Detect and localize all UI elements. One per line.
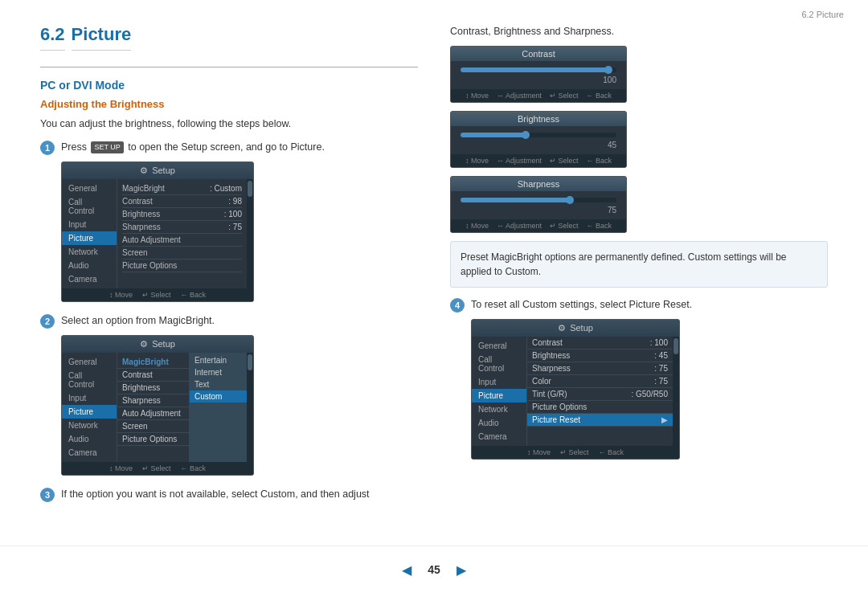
row-magicbright: MagicBright: Custom bbox=[122, 182, 242, 195]
brightness-title: Brightness bbox=[451, 112, 626, 126]
step-1-block: 1 Press SET UP to open the Setup screen,… bbox=[40, 140, 418, 302]
contrast-track bbox=[461, 67, 616, 72]
sidebar2-callcontrol: Call Control bbox=[62, 369, 117, 391]
step-2-text: Select an option from MagicBright. bbox=[61, 313, 215, 329]
sidebar-general: General bbox=[62, 182, 117, 195]
row-pictureopts: Picture Options bbox=[122, 260, 242, 272]
brightness-footer: ↕ Move↔ Adjustment↵ Select← Back bbox=[451, 154, 626, 167]
step-3-text: If the option you want is not available,… bbox=[61, 487, 370, 502]
sidebar4-input: Input bbox=[472, 375, 526, 389]
footer-1: ↕ Move↵ Select← Back bbox=[62, 288, 253, 301]
sidebar-2: General Call Control Input Picture Netwo… bbox=[62, 353, 117, 462]
left-column: 6.2 Picture PC or DVI Mode Adjusting the… bbox=[40, 24, 418, 513]
step-3-block: 3 If the option you want is not availabl… bbox=[40, 487, 418, 502]
brightness-fill bbox=[461, 133, 526, 137]
step-3-number: 3 bbox=[40, 488, 55, 502]
sidebar-audio: Audio bbox=[62, 259, 117, 272]
step-4-number: 4 bbox=[450, 298, 465, 313]
intro-text: You can adjust the brightness, following… bbox=[40, 116, 418, 132]
contrast-title: Contrast bbox=[451, 47, 626, 61]
contrast-fill bbox=[461, 67, 608, 72]
sidebar4-camera: Camera bbox=[472, 430, 526, 443]
row-sharpness: Sharpness: 75 bbox=[122, 221, 242, 234]
row-contrast: Contrast: 98 bbox=[122, 195, 242, 208]
brightness-track bbox=[461, 133, 616, 137]
setup-screen-1: ⚙ Setup General Call Control Input Pictu… bbox=[61, 161, 254, 302]
sidebar4-picture: Picture bbox=[472, 389, 526, 403]
sidebar-callcontrol: Call Control bbox=[62, 195, 117, 218]
sidebar-input: Input bbox=[62, 218, 117, 231]
subsection-title: PC or DVI Mode bbox=[40, 79, 418, 92]
setup-icon-2: ⚙ bbox=[140, 339, 148, 349]
sharpness-track bbox=[461, 198, 616, 202]
setup-icon-4: ⚙ bbox=[558, 323, 566, 333]
sidebar-network: Network bbox=[62, 245, 117, 259]
setup-screen-2: ⚙ Setup General Call Control Input Pictu… bbox=[61, 335, 254, 476]
setup-screen-4: ⚙ Setup General Call Control Input Pictu… bbox=[471, 319, 680, 460]
step-2-number: 2 bbox=[40, 314, 55, 329]
section-title: Picture bbox=[72, 24, 132, 51]
sidebar4-callcontrol: Call Control bbox=[472, 353, 526, 375]
setup-button-label: SET UP bbox=[91, 141, 123, 154]
page-number-bottom: 45 bbox=[428, 563, 440, 576]
setup-title-1: Setup bbox=[152, 166, 175, 175]
brightness-thumb bbox=[522, 131, 530, 139]
sidebar-camera: Camera bbox=[62, 272, 117, 286]
right-column: Contrast, Brightness and Sharpness. Cont… bbox=[450, 24, 828, 513]
bottom-nav: ◀ 45 ▶ bbox=[0, 546, 868, 594]
sharpness-title: Sharpness bbox=[451, 177, 626, 191]
page-number-top: 6.2 Picture bbox=[801, 10, 844, 19]
sidebar2-audio: Audio bbox=[62, 432, 117, 446]
setup-title-4: Setup bbox=[570, 323, 593, 333]
step-1-text: Press SET UP to open the Setup screen, a… bbox=[61, 140, 325, 155]
sidebar-picture: Picture bbox=[62, 231, 117, 245]
sharpness-thumb bbox=[566, 196, 574, 204]
contrast-footer: ↕ Move↔ Adjustment↵ Select← Back bbox=[451, 89, 626, 102]
contrast-value: 100 bbox=[461, 76, 616, 84]
sharpness-footer: ↕ Move↔ Adjustment↵ Select← Back bbox=[451, 219, 626, 232]
right-col-label: Contrast, Brightness and Sharpness. bbox=[450, 24, 828, 39]
sidebar-1: General Call Control Input Picture Netwo… bbox=[62, 179, 117, 288]
row-screen: Screen bbox=[122, 247, 242, 260]
brightness-slider-screen: Brightness 45 ↕ Move↔ Adjustment↵ Select… bbox=[450, 111, 627, 168]
setup-icon-1: ⚙ bbox=[140, 166, 148, 176]
footer-4: ↕ Move↵ Select← Back bbox=[472, 446, 679, 459]
sharpness-value: 75 bbox=[461, 206, 616, 215]
sidebar2-picture: Picture bbox=[62, 405, 117, 419]
row-autoadj: Auto Adjustment bbox=[122, 234, 242, 247]
sidebar4-general: General bbox=[472, 339, 526, 353]
sidebar2-network: Network bbox=[62, 419, 117, 432]
step-2-block: 2 Select an option from MagicBright. ⚙ S… bbox=[40, 313, 418, 476]
next-arrow[interactable]: ▶ bbox=[457, 562, 466, 578]
step-4-block: 4 To reset all Custom settings, select P… bbox=[450, 297, 828, 460]
note-box: Preset MagicBright options are permanent… bbox=[450, 241, 828, 288]
brightness-value: 45 bbox=[461, 141, 616, 149]
step-4-text: To reset all Custom settings, select Pic… bbox=[471, 297, 692, 313]
main-content-1: MagicBright: Custom Contrast: 98 Brightn… bbox=[117, 179, 247, 288]
sidebar2-input: Input bbox=[62, 391, 117, 405]
contrast-thumb bbox=[604, 66, 612, 74]
sharpness-fill bbox=[461, 198, 570, 202]
sub-subsection-title: Adjusting the Brightness bbox=[40, 98, 418, 110]
section-number: 6.2 bbox=[40, 24, 65, 51]
setup-title-2: Setup bbox=[152, 339, 175, 349]
sidebar4-network: Network bbox=[472, 403, 526, 416]
footer-2: ↕ Move↵ Select← Back bbox=[62, 462, 253, 475]
prev-arrow[interactable]: ◀ bbox=[402, 562, 411, 578]
row-brightness: Brightness: 100 bbox=[122, 208, 242, 221]
sidebar4-audio: Audio bbox=[472, 416, 526, 430]
sharpness-slider-screen: Sharpness 75 ↕ Move↔ Adjustment↵ Select←… bbox=[450, 176, 627, 233]
step-1-number: 1 bbox=[40, 141, 55, 155]
sidebar-4: General Call Control Input Picture Netwo… bbox=[472, 337, 526, 446]
contrast-slider-screen: Contrast 100 ↕ Move↔ Adjustment↵ Select←… bbox=[450, 46, 627, 103]
sidebar2-camera: Camera bbox=[62, 446, 117, 460]
sidebar2-general: General bbox=[62, 355, 117, 369]
